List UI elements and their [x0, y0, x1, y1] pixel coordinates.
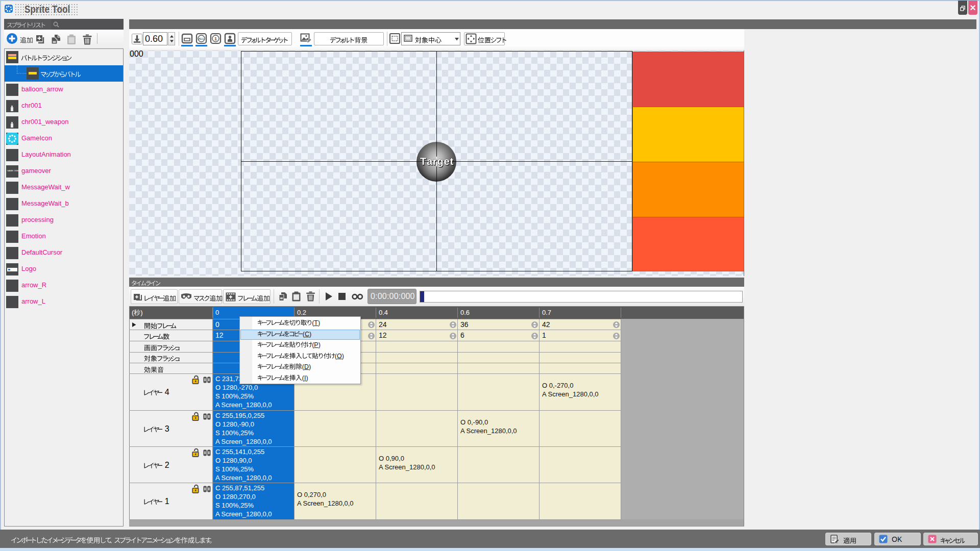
svg-text:ALL: ALL [199, 37, 205, 40]
svg-text:1: 1 [214, 36, 217, 41]
